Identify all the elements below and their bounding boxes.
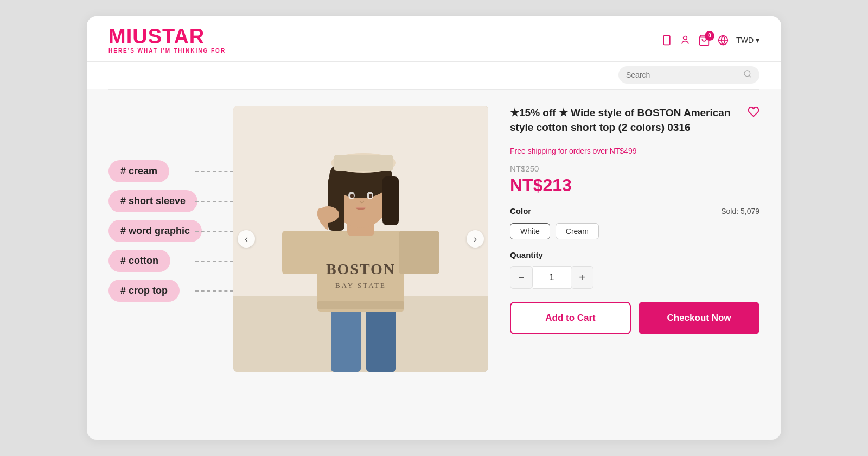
tag-item-short-sleeve: # short sleeve xyxy=(108,190,222,212)
main-card: MIUSTAR HERE'S WHAT I'M THINKING FOR xyxy=(87,16,781,440)
color-white-btn[interactable]: White xyxy=(510,223,550,239)
svg-rect-25 xyxy=(382,176,399,225)
tags-sidebar: # cream # short sleeve # word graphic # … xyxy=(108,106,222,372)
svg-rect-24 xyxy=(328,176,344,231)
tag-item-cream: # cream xyxy=(108,160,222,182)
checkout-now-btn[interactable]: Checkout Now xyxy=(639,302,760,334)
sale-price: NT$213 xyxy=(510,175,760,195)
tag-line-short-sleeve xyxy=(195,201,233,202)
chevron-down-icon: ▾ xyxy=(756,36,760,45)
wishlist-btn[interactable] xyxy=(748,106,760,121)
product-image-area: BOSTON BAY STATE xyxy=(233,106,488,372)
tag-line-cotton xyxy=(195,261,233,262)
tag-line-word-graphic xyxy=(195,231,233,232)
svg-rect-18 xyxy=(317,301,404,309)
header: MIUSTAR HERE'S WHAT I'M THINKING FOR xyxy=(87,16,781,62)
cart-icon-btn[interactable]: 0 xyxy=(698,34,710,46)
color-options: White Cream xyxy=(510,223,760,239)
tag-cream[interactable]: # cream xyxy=(108,160,169,182)
tag-item-crop-top: # crop top xyxy=(108,280,222,302)
header-search-row xyxy=(87,62,781,89)
svg-line-7 xyxy=(749,75,751,77)
svg-rect-17 xyxy=(399,231,439,274)
tag-line-crop-top xyxy=(195,290,233,292)
svg-rect-27 xyxy=(334,155,393,171)
qty-increase-btn[interactable]: + xyxy=(571,266,593,289)
tag-short-sleeve[interactable]: # short sleeve xyxy=(108,190,197,212)
header-icons: 0 TWD ▾ xyxy=(661,34,760,46)
logo-area: MIUSTAR HERE'S WHAT I'M THINKING FOR xyxy=(108,26,226,54)
mobile-icon xyxy=(661,35,672,46)
color-row: Color Sold: 5,079 xyxy=(510,206,760,216)
globe-icon xyxy=(718,35,729,46)
search-box xyxy=(618,66,760,84)
qty-value: 1 xyxy=(533,266,571,289)
svg-rect-13 xyxy=(331,307,361,372)
svg-rect-14 xyxy=(366,307,396,372)
currency-btn[interactable]: TWD ▾ xyxy=(736,36,760,45)
svg-point-2 xyxy=(684,36,687,40)
logo-tagline: HERE'S WHAT I'M THINKING FOR xyxy=(108,48,226,54)
tag-item-word-graphic: # word graphic xyxy=(108,220,222,242)
action-buttons: Add to Cart Checkout Now xyxy=(510,302,760,334)
quantity-label: Quantity xyxy=(510,250,760,259)
svg-text:BAY STATE: BAY STATE xyxy=(335,281,386,289)
header-right: 0 TWD ▾ xyxy=(661,34,760,46)
search-input[interactable] xyxy=(626,71,739,79)
svg-point-30 xyxy=(350,194,354,198)
logo-brand: MIUSTAR xyxy=(108,26,226,47)
currency-label: TWD xyxy=(736,36,754,45)
free-shipping-label: Free shipping for orders over NT$499 xyxy=(510,147,760,155)
price-section: NT$250 NT$213 xyxy=(510,164,760,195)
next-image-btn[interactable]: › xyxy=(467,230,484,248)
tag-cotton[interactable]: # cotton xyxy=(108,250,170,272)
globe-icon-btn[interactable] xyxy=(718,35,729,46)
svg-rect-0 xyxy=(663,35,670,45)
sold-label: Sold: 5,079 xyxy=(721,207,760,216)
tag-item-cotton: # cotton xyxy=(108,250,222,272)
quantity-control: − 1 + xyxy=(510,266,760,289)
main-content: # cream # short sleeve # word graphic # … xyxy=(87,90,781,388)
color-cream-btn[interactable]: Cream xyxy=(556,223,599,239)
svg-text:BOSTON: BOSTON xyxy=(326,261,395,277)
tag-word-graphic[interactable]: # word graphic xyxy=(108,220,202,242)
tag-line-cream xyxy=(195,171,233,172)
page-wrapper: MIUSTAR HERE'S WHAT I'M THINKING FOR xyxy=(0,0,868,456)
qty-decrease-btn[interactable]: − xyxy=(510,266,533,289)
prev-image-btn[interactable]: ‹ xyxy=(238,230,255,248)
svg-point-6 xyxy=(744,71,750,77)
color-label: Color xyxy=(510,206,531,216)
mobile-icon-btn[interactable] xyxy=(661,35,672,46)
cart-badge: 0 xyxy=(705,31,714,41)
product-detail: ★15% off ★ Wide style of BOSTON American… xyxy=(488,106,760,372)
product-image: BOSTON BAY STATE xyxy=(233,106,488,372)
user-icon xyxy=(680,35,691,46)
user-icon-btn[interactable] xyxy=(680,35,691,46)
add-to-cart-btn[interactable]: Add to Cart xyxy=(510,302,631,334)
tag-crop-top[interactable]: # crop top xyxy=(108,280,180,302)
original-price: NT$250 xyxy=(510,164,760,173)
heart-icon xyxy=(748,106,760,118)
svg-point-31 xyxy=(369,194,372,198)
search-icon xyxy=(743,69,752,80)
model-svg: BOSTON BAY STATE xyxy=(233,106,488,372)
svg-rect-16 xyxy=(282,231,323,274)
product-title: ★15% off ★ Wide style of BOSTON American… xyxy=(510,106,748,135)
